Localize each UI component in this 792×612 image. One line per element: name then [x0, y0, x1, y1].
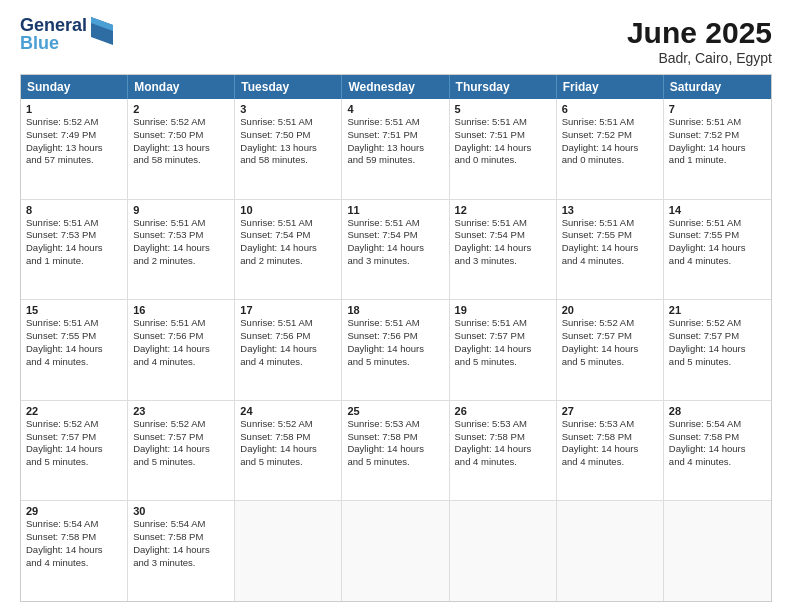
calendar-cell: 24Sunrise: 5:52 AM Sunset: 7:58 PM Dayli… — [235, 401, 342, 501]
calendar-row: 29Sunrise: 5:54 AM Sunset: 7:58 PM Dayli… — [21, 500, 771, 601]
calendar-cell: 4Sunrise: 5:51 AM Sunset: 7:51 PM Daylig… — [342, 99, 449, 199]
calendar-cell: 15Sunrise: 5:51 AM Sunset: 7:55 PM Dayli… — [21, 300, 128, 400]
day-number: 3 — [240, 103, 336, 115]
calendar-cell: 10Sunrise: 5:51 AM Sunset: 7:54 PM Dayli… — [235, 200, 342, 300]
calendar-cell: 27Sunrise: 5:53 AM Sunset: 7:58 PM Dayli… — [557, 401, 664, 501]
day-info: Sunrise: 5:51 AM Sunset: 7:51 PM Dayligh… — [347, 116, 443, 167]
day-number: 28 — [669, 405, 766, 417]
day-number: 21 — [669, 304, 766, 316]
calendar-cell: 23Sunrise: 5:52 AM Sunset: 7:57 PM Dayli… — [128, 401, 235, 501]
calendar-header-cell: Saturday — [664, 75, 771, 99]
day-number: 24 — [240, 405, 336, 417]
day-number: 23 — [133, 405, 229, 417]
day-number: 4 — [347, 103, 443, 115]
day-number: 11 — [347, 204, 443, 216]
calendar-cell: 29Sunrise: 5:54 AM Sunset: 7:58 PM Dayli… — [21, 501, 128, 601]
day-info: Sunrise: 5:52 AM Sunset: 7:57 PM Dayligh… — [26, 418, 122, 469]
day-number: 1 — [26, 103, 122, 115]
calendar-cell: 21Sunrise: 5:52 AM Sunset: 7:57 PM Dayli… — [664, 300, 771, 400]
day-info: Sunrise: 5:51 AM Sunset: 7:53 PM Dayligh… — [26, 217, 122, 268]
calendar-cell: 28Sunrise: 5:54 AM Sunset: 7:58 PM Dayli… — [664, 401, 771, 501]
calendar-cell: 11Sunrise: 5:51 AM Sunset: 7:54 PM Dayli… — [342, 200, 449, 300]
day-number: 12 — [455, 204, 551, 216]
calendar-row: 22Sunrise: 5:52 AM Sunset: 7:57 PM Dayli… — [21, 400, 771, 501]
calendar-cell: 1Sunrise: 5:52 AM Sunset: 7:49 PM Daylig… — [21, 99, 128, 199]
calendar-cell: 7Sunrise: 5:51 AM Sunset: 7:52 PM Daylig… — [664, 99, 771, 199]
calendar-cell — [664, 501, 771, 601]
calendar-row: 8Sunrise: 5:51 AM Sunset: 7:53 PM Daylig… — [21, 199, 771, 300]
calendar-cell: 20Sunrise: 5:52 AM Sunset: 7:57 PM Dayli… — [557, 300, 664, 400]
day-number: 17 — [240, 304, 336, 316]
day-info: Sunrise: 5:51 AM Sunset: 7:56 PM Dayligh… — [347, 317, 443, 368]
day-number: 2 — [133, 103, 229, 115]
day-info: Sunrise: 5:51 AM Sunset: 7:57 PM Dayligh… — [455, 317, 551, 368]
calendar-cell — [450, 501, 557, 601]
calendar-cell: 12Sunrise: 5:51 AM Sunset: 7:54 PM Dayli… — [450, 200, 557, 300]
calendar-row: 15Sunrise: 5:51 AM Sunset: 7:55 PM Dayli… — [21, 299, 771, 400]
day-number: 18 — [347, 304, 443, 316]
day-number: 22 — [26, 405, 122, 417]
day-number: 26 — [455, 405, 551, 417]
calendar-cell: 19Sunrise: 5:51 AM Sunset: 7:57 PM Dayli… — [450, 300, 557, 400]
day-number: 9 — [133, 204, 229, 216]
calendar-cell — [557, 501, 664, 601]
day-info: Sunrise: 5:51 AM Sunset: 7:54 PM Dayligh… — [455, 217, 551, 268]
calendar-cell: 16Sunrise: 5:51 AM Sunset: 7:56 PM Dayli… — [128, 300, 235, 400]
day-number: 7 — [669, 103, 766, 115]
day-number: 20 — [562, 304, 658, 316]
day-info: Sunrise: 5:51 AM Sunset: 7:56 PM Dayligh… — [133, 317, 229, 368]
calendar-row: 1Sunrise: 5:52 AM Sunset: 7:49 PM Daylig… — [21, 99, 771, 199]
day-info: Sunrise: 5:53 AM Sunset: 7:58 PM Dayligh… — [455, 418, 551, 469]
page: General Blue June 2025 Badr, Cairo, Egyp… — [0, 0, 792, 612]
calendar-header-cell: Monday — [128, 75, 235, 99]
day-number: 30 — [133, 505, 229, 517]
calendar-header-cell: Thursday — [450, 75, 557, 99]
calendar-subtitle: Badr, Cairo, Egypt — [627, 50, 772, 66]
day-info: Sunrise: 5:52 AM Sunset: 7:57 PM Dayligh… — [669, 317, 766, 368]
day-number: 13 — [562, 204, 658, 216]
day-info: Sunrise: 5:51 AM Sunset: 7:52 PM Dayligh… — [669, 116, 766, 167]
day-number: 6 — [562, 103, 658, 115]
calendar-cell: 18Sunrise: 5:51 AM Sunset: 7:56 PM Dayli… — [342, 300, 449, 400]
day-info: Sunrise: 5:53 AM Sunset: 7:58 PM Dayligh… — [562, 418, 658, 469]
day-info: Sunrise: 5:51 AM Sunset: 7:53 PM Dayligh… — [133, 217, 229, 268]
calendar-cell: 25Sunrise: 5:53 AM Sunset: 7:58 PM Dayli… — [342, 401, 449, 501]
calendar-header-cell: Sunday — [21, 75, 128, 99]
day-info: Sunrise: 5:51 AM Sunset: 7:51 PM Dayligh… — [455, 116, 551, 167]
logo-general: General — [20, 16, 87, 34]
calendar-cell: 22Sunrise: 5:52 AM Sunset: 7:57 PM Dayli… — [21, 401, 128, 501]
calendar-header-cell: Wednesday — [342, 75, 449, 99]
calendar-header: SundayMondayTuesdayWednesdayThursdayFrid… — [21, 75, 771, 99]
day-info: Sunrise: 5:54 AM Sunset: 7:58 PM Dayligh… — [669, 418, 766, 469]
calendar-cell: 5Sunrise: 5:51 AM Sunset: 7:51 PM Daylig… — [450, 99, 557, 199]
day-info: Sunrise: 5:52 AM Sunset: 7:57 PM Dayligh… — [133, 418, 229, 469]
calendar-cell: 13Sunrise: 5:51 AM Sunset: 7:55 PM Dayli… — [557, 200, 664, 300]
day-info: Sunrise: 5:54 AM Sunset: 7:58 PM Dayligh… — [26, 518, 122, 569]
day-info: Sunrise: 5:51 AM Sunset: 7:50 PM Dayligh… — [240, 116, 336, 167]
day-info: Sunrise: 5:53 AM Sunset: 7:58 PM Dayligh… — [347, 418, 443, 469]
calendar-cell: 17Sunrise: 5:51 AM Sunset: 7:56 PM Dayli… — [235, 300, 342, 400]
day-info: Sunrise: 5:52 AM Sunset: 7:50 PM Dayligh… — [133, 116, 229, 167]
day-number: 16 — [133, 304, 229, 316]
day-info: Sunrise: 5:51 AM Sunset: 7:55 PM Dayligh… — [26, 317, 122, 368]
calendar: SundayMondayTuesdayWednesdayThursdayFrid… — [20, 74, 772, 602]
day-number: 8 — [26, 204, 122, 216]
day-number: 29 — [26, 505, 122, 517]
day-info: Sunrise: 5:51 AM Sunset: 7:56 PM Dayligh… — [240, 317, 336, 368]
day-info: Sunrise: 5:52 AM Sunset: 7:57 PM Dayligh… — [562, 317, 658, 368]
calendar-header-cell: Tuesday — [235, 75, 342, 99]
day-number: 27 — [562, 405, 658, 417]
day-number: 19 — [455, 304, 551, 316]
day-info: Sunrise: 5:52 AM Sunset: 7:49 PM Dayligh… — [26, 116, 122, 167]
day-info: Sunrise: 5:51 AM Sunset: 7:54 PM Dayligh… — [347, 217, 443, 268]
calendar-title: June 2025 — [627, 16, 772, 50]
day-info: Sunrise: 5:51 AM Sunset: 7:55 PM Dayligh… — [562, 217, 658, 268]
day-number: 14 — [669, 204, 766, 216]
calendar-header-cell: Friday — [557, 75, 664, 99]
calendar-cell: 8Sunrise: 5:51 AM Sunset: 7:53 PM Daylig… — [21, 200, 128, 300]
calendar-cell: 2Sunrise: 5:52 AM Sunset: 7:50 PM Daylig… — [128, 99, 235, 199]
calendar-cell — [342, 501, 449, 601]
day-number: 25 — [347, 405, 443, 417]
calendar-cell: 3Sunrise: 5:51 AM Sunset: 7:50 PM Daylig… — [235, 99, 342, 199]
header: General Blue June 2025 Badr, Cairo, Egyp… — [20, 16, 772, 66]
